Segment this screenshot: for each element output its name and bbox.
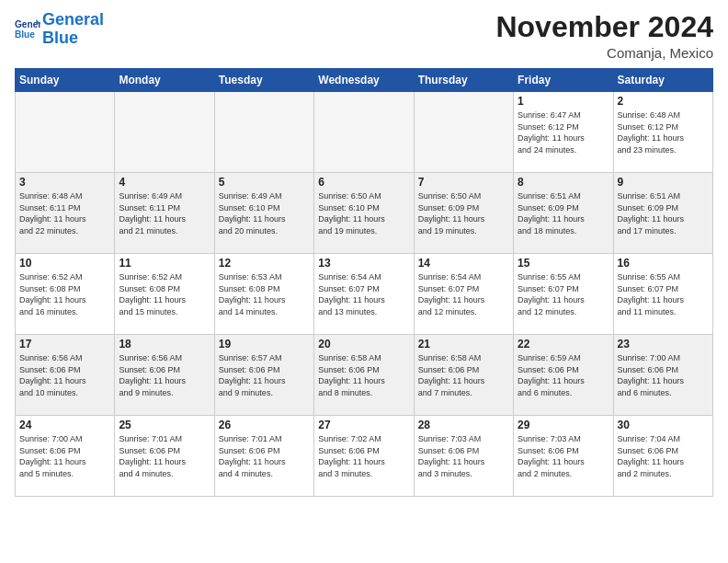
day-info: Sunrise: 7:03 AM Sunset: 6:06 PM Dayligh… (418, 433, 509, 479)
day-number: 25 (119, 419, 210, 431)
header-wednesday: Wednesday (314, 69, 414, 92)
header: General Blue General Blue November 2024 … (15, 11, 713, 61)
day-number: 23 (618, 338, 709, 350)
day-info: Sunrise: 6:47 AM Sunset: 6:12 PM Dayligh… (518, 109, 609, 155)
header-thursday: Thursday (414, 69, 513, 92)
logo-blue: Blue (42, 29, 78, 47)
day-cell: 27Sunrise: 7:02 AM Sunset: 6:06 PM Dayli… (314, 416, 414, 497)
day-info: Sunrise: 6:56 AM Sunset: 6:06 PM Dayligh… (19, 352, 110, 398)
day-number: 2 (618, 95, 709, 108)
day-info: Sunrise: 7:03 AM Sunset: 6:06 PM Dayligh… (518, 433, 609, 479)
svg-text:Blue: Blue (15, 29, 35, 40)
day-cell: 28Sunrise: 7:03 AM Sunset: 6:06 PM Dayli… (414, 416, 513, 497)
day-cell (214, 92, 313, 173)
day-number: 16 (618, 257, 709, 270)
day-info: Sunrise: 6:56 AM Sunset: 6:06 PM Dayligh… (119, 352, 210, 398)
day-number: 26 (219, 419, 310, 431)
day-info: Sunrise: 7:00 AM Sunset: 6:06 PM Dayligh… (19, 433, 110, 479)
day-number: 28 (418, 419, 509, 431)
day-number: 20 (318, 338, 409, 350)
day-info: Sunrise: 6:49 AM Sunset: 6:10 PM Dayligh… (219, 190, 310, 236)
header-sunday: Sunday (16, 69, 115, 92)
day-cell: 10Sunrise: 6:52 AM Sunset: 6:08 PM Dayli… (16, 254, 115, 335)
day-cell: 18Sunrise: 6:56 AM Sunset: 6:06 PM Dayli… (115, 335, 214, 416)
day-cell: 25Sunrise: 7:01 AM Sunset: 6:06 PM Dayli… (115, 416, 214, 497)
day-number: 29 (518, 419, 609, 431)
day-info: Sunrise: 6:53 AM Sunset: 6:08 PM Dayligh… (219, 271, 310, 317)
day-number: 5 (219, 176, 310, 189)
day-number: 22 (518, 338, 609, 350)
day-cell: 20Sunrise: 6:58 AM Sunset: 6:06 PM Dayli… (314, 335, 414, 416)
day-number: 11 (119, 257, 210, 270)
title-block: November 2024 Comanja, Mexico (495, 11, 713, 61)
logo: General Blue General Blue (15, 11, 104, 48)
day-number: 13 (318, 257, 409, 270)
day-cell: 19Sunrise: 6:57 AM Sunset: 6:06 PM Dayli… (214, 335, 313, 416)
day-info: Sunrise: 6:51 AM Sunset: 6:09 PM Dayligh… (518, 190, 609, 236)
day-cell: 13Sunrise: 6:54 AM Sunset: 6:07 PM Dayli… (314, 254, 414, 335)
day-cell: 11Sunrise: 6:52 AM Sunset: 6:08 PM Dayli… (115, 254, 214, 335)
day-number: 24 (19, 419, 110, 431)
day-cell: 29Sunrise: 7:03 AM Sunset: 6:06 PM Dayli… (514, 416, 613, 497)
day-info: Sunrise: 6:51 AM Sunset: 6:09 PM Dayligh… (618, 190, 709, 236)
day-number: 15 (518, 257, 609, 270)
day-number: 30 (618, 419, 709, 431)
day-info: Sunrise: 6:59 AM Sunset: 6:06 PM Dayligh… (518, 352, 609, 398)
day-cell: 15Sunrise: 6:55 AM Sunset: 6:07 PM Dayli… (514, 254, 613, 335)
day-cell: 7Sunrise: 6:50 AM Sunset: 6:09 PM Daylig… (414, 173, 513, 254)
day-cell: 24Sunrise: 7:00 AM Sunset: 6:06 PM Dayli… (16, 416, 115, 497)
logo-text: General Blue (42, 11, 104, 48)
day-number: 4 (119, 176, 210, 189)
day-number: 9 (618, 176, 709, 189)
day-cell: 8Sunrise: 6:51 AM Sunset: 6:09 PM Daylig… (514, 173, 613, 254)
day-number: 1 (518, 95, 609, 108)
day-info: Sunrise: 6:52 AM Sunset: 6:08 PM Dayligh… (119, 271, 210, 317)
day-number: 21 (418, 338, 509, 350)
day-cell: 6Sunrise: 6:50 AM Sunset: 6:10 PM Daylig… (314, 173, 414, 254)
logo-general: General (42, 10, 104, 29)
day-cell: 3Sunrise: 6:48 AM Sunset: 6:11 PM Daylig… (16, 173, 115, 254)
location: Comanja, Mexico (495, 45, 713, 61)
day-cell: 9Sunrise: 6:51 AM Sunset: 6:09 PM Daylig… (613, 173, 712, 254)
day-cell: 2Sunrise: 6:48 AM Sunset: 6:12 PM Daylig… (613, 92, 712, 173)
header-friday: Friday (514, 69, 613, 92)
day-info: Sunrise: 6:58 AM Sunset: 6:06 PM Dayligh… (318, 352, 409, 398)
day-info: Sunrise: 6:49 AM Sunset: 6:11 PM Dayligh… (119, 190, 210, 236)
day-number: 19 (219, 338, 310, 350)
day-cell: 17Sunrise: 6:56 AM Sunset: 6:06 PM Dayli… (16, 335, 115, 416)
weekday-header-row: Sunday Monday Tuesday Wednesday Thursday… (16, 69, 713, 92)
day-cell (115, 92, 214, 173)
day-number: 14 (418, 257, 509, 270)
day-info: Sunrise: 6:54 AM Sunset: 6:07 PM Dayligh… (418, 271, 509, 317)
page: General Blue General Blue November 2024 … (0, 0, 728, 563)
day-cell: 23Sunrise: 7:00 AM Sunset: 6:06 PM Dayli… (613, 335, 712, 416)
day-number: 6 (318, 176, 409, 189)
day-number: 3 (19, 176, 110, 189)
day-info: Sunrise: 6:52 AM Sunset: 6:08 PM Dayligh… (19, 271, 110, 317)
week-row-3: 10Sunrise: 6:52 AM Sunset: 6:08 PM Dayli… (16, 254, 713, 335)
day-cell: 5Sunrise: 6:49 AM Sunset: 6:10 PM Daylig… (214, 173, 313, 254)
day-number: 17 (19, 338, 110, 350)
week-row-1: 1Sunrise: 6:47 AM Sunset: 6:12 PM Daylig… (16, 92, 713, 173)
day-number: 7 (418, 176, 509, 189)
header-monday: Monday (115, 69, 214, 92)
header-saturday: Saturday (613, 69, 712, 92)
day-info: Sunrise: 7:01 AM Sunset: 6:06 PM Dayligh… (219, 433, 310, 479)
day-cell: 22Sunrise: 6:59 AM Sunset: 6:06 PM Dayli… (514, 335, 613, 416)
day-cell (16, 92, 115, 173)
month-title: November 2024 (495, 11, 713, 43)
day-cell: 12Sunrise: 6:53 AM Sunset: 6:08 PM Dayli… (214, 254, 313, 335)
day-number: 27 (318, 419, 409, 431)
day-number: 8 (518, 176, 609, 189)
day-info: Sunrise: 6:58 AM Sunset: 6:06 PM Dayligh… (418, 352, 509, 398)
day-cell (414, 92, 513, 173)
day-info: Sunrise: 7:04 AM Sunset: 6:06 PM Dayligh… (618, 433, 709, 479)
day-info: Sunrise: 6:48 AM Sunset: 6:11 PM Dayligh… (19, 190, 110, 236)
day-cell: 21Sunrise: 6:58 AM Sunset: 6:06 PM Dayli… (414, 335, 513, 416)
day-info: Sunrise: 6:54 AM Sunset: 6:07 PM Dayligh… (318, 271, 409, 317)
day-cell: 14Sunrise: 6:54 AM Sunset: 6:07 PM Dayli… (414, 254, 513, 335)
day-info: Sunrise: 7:00 AM Sunset: 6:06 PM Dayligh… (618, 352, 709, 398)
day-cell: 4Sunrise: 6:49 AM Sunset: 6:11 PM Daylig… (115, 173, 214, 254)
calendar: Sunday Monday Tuesday Wednesday Thursday… (15, 68, 713, 497)
day-info: Sunrise: 6:55 AM Sunset: 6:07 PM Dayligh… (518, 271, 609, 317)
